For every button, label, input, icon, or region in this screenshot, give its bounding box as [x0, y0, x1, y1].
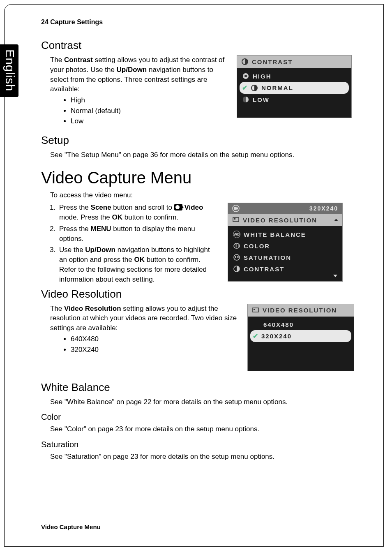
- contrast-small-icon: [233, 265, 240, 273]
- page-footer: Video Capture Menu: [41, 523, 101, 530]
- svg-point-2: [244, 75, 247, 77]
- t: Press the: [59, 204, 91, 211]
- label: HIGH: [253, 73, 272, 80]
- video-intro: To access the video menu:: [50, 190, 359, 200]
- t: Video: [184, 204, 203, 211]
- level-low-icon: [242, 96, 249, 103]
- cam-tabs: 320X240: [228, 203, 342, 214]
- t: Video Resolution: [64, 305, 121, 312]
- heading-contrast: Contrast: [41, 39, 359, 52]
- step: Press the Scene button and scroll to Vid…: [58, 203, 218, 222]
- video-steps: Press the Scene button and scroll to Vid…: [58, 203, 218, 284]
- t: The: [50, 56, 64, 64]
- resolution-icon: [252, 307, 259, 314]
- cam-item-640[interactable]: 640X480: [248, 319, 354, 330]
- svg-rect-18: [254, 309, 255, 310]
- cam-title: VIDEO RESOLUTION: [263, 307, 337, 314]
- bullet: 640X480: [71, 334, 238, 345]
- check-icon: ✔: [242, 84, 247, 92]
- t: MENU: [91, 225, 111, 233]
- contrast-icon: [241, 58, 249, 65]
- t: Up/Down: [117, 66, 147, 74]
- label: VIDEO RESOLUTION: [243, 217, 317, 224]
- t: Use the: [59, 246, 85, 254]
- setup-text: See "The Setup Menu" on page 36 for more…: [50, 150, 359, 160]
- label: WHITE BALANCE: [244, 231, 306, 238]
- bullet: Low: [71, 116, 227, 127]
- label: SATURATION: [244, 254, 291, 261]
- wb-text: See "White Balance" on page 22 for more …: [50, 397, 359, 407]
- cam-header: VIDEO RESOLUTION: [248, 304, 354, 317]
- t: The: [50, 305, 64, 312]
- page-header: 24 Capture Settings: [41, 18, 359, 26]
- step: Press the MENU button to display the men…: [58, 224, 218, 244]
- heading-saturation: Saturation: [41, 440, 359, 449]
- arrow-down-icon: [333, 275, 337, 277]
- video-res-text: The Video Resolution setting allows you …: [50, 304, 238, 355]
- camcorder-icon: [232, 205, 240, 212]
- video-mode-icon: [174, 204, 182, 210]
- saturation-text: See "Saturation" on page 23 for more det…: [50, 452, 359, 462]
- heading-setup: Setup: [41, 134, 359, 147]
- color-icon: [233, 242, 240, 250]
- cam-title: CONTRAST: [252, 58, 293, 65]
- check-icon: ✔: [253, 332, 258, 340]
- t: OK: [134, 256, 145, 264]
- resolution-icon: [232, 216, 240, 224]
- bullet: 320X240: [71, 345, 238, 355]
- step: Use the Up/Down navigation buttons to hi…: [58, 245, 218, 284]
- arrow-down-row: [228, 275, 342, 279]
- video-res-screen: VIDEO RESOLUTION 640X480 ✔ 320X240: [247, 304, 354, 371]
- svg-point-14: [235, 256, 236, 258]
- cam-item-color[interactable]: COLOR: [228, 240, 342, 252]
- svg-rect-6: [234, 207, 237, 210]
- label: COLOR: [244, 243, 270, 250]
- tab-value: 320X240: [309, 205, 338, 212]
- t: Scene: [91, 204, 111, 211]
- saturation-icon: [233, 254, 240, 261]
- arrow-up-icon: [334, 219, 338, 221]
- contrast-screen: CONTRAST HIGH ✔ NORMAL LOW: [237, 55, 352, 118]
- svg-point-13: [234, 254, 240, 260]
- svg-point-15: [237, 256, 239, 258]
- label: NORMAL: [261, 84, 293, 91]
- cam-item-normal[interactable]: ✔ NORMAL: [240, 82, 349, 94]
- level-high-icon: [242, 72, 249, 80]
- page-content: 24 Capture Settings Contrast The Contras…: [41, 18, 359, 462]
- wb-icon: WB: [233, 231, 240, 238]
- heading-color: Color: [41, 412, 359, 422]
- label: 320X240: [261, 333, 292, 340]
- bullet: Normal (default): [71, 106, 227, 116]
- cam-item-wb[interactable]: WB WHITE BALANCE: [228, 229, 342, 240]
- t: button and scroll to: [111, 204, 174, 211]
- level-normal-icon: [251, 84, 258, 92]
- contrast-text: The Contrast setting allows you to adjus…: [50, 55, 227, 127]
- cam-header: CONTRAST: [237, 56, 351, 68]
- svg-rect-8: [234, 218, 235, 220]
- video-menu-screen: 320X240 VIDEO RESOLUTION WB WHITE BALANC…: [228, 203, 343, 282]
- cam-item-320[interactable]: ✔ 320X240: [250, 330, 351, 342]
- t: OK: [112, 213, 123, 221]
- heading-white-balance: White Balance: [41, 381, 359, 394]
- cam-item-saturation[interactable]: SATURATION: [228, 252, 342, 263]
- cam-item-high[interactable]: HIGH: [237, 70, 351, 82]
- heading-video-resolution: Video Resolution: [41, 288, 359, 301]
- language-tab: English: [0, 44, 18, 97]
- bullet: High: [71, 95, 227, 106]
- heading-video-capture-menu: Video Capture Menu: [41, 169, 359, 187]
- cam-item-low[interactable]: LOW: [237, 94, 351, 105]
- t: mode. Press the: [59, 213, 112, 221]
- color-text: See "Color" on page 23 for more details …: [50, 424, 359, 434]
- label: CONTRAST: [244, 266, 284, 273]
- t: Press the: [59, 225, 91, 233]
- label: 640X480: [263, 321, 294, 328]
- cam-item-selected[interactable]: VIDEO RESOLUTION: [228, 214, 342, 226]
- t: button to confirm.: [122, 213, 178, 221]
- t: Up/Down: [85, 246, 115, 254]
- t: Contrast: [64, 56, 93, 64]
- label: LOW: [253, 96, 270, 103]
- cam-item-contrast[interactable]: CONTRAST: [228, 263, 342, 275]
